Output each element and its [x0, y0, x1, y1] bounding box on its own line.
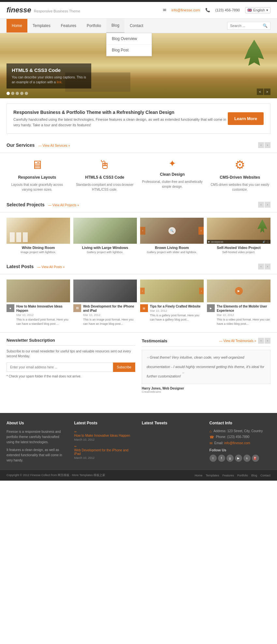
nav-portfolio[interactable]: Portfolio	[81, 19, 106, 33]
post-mobile-date: Mar 10, 2012	[217, 313, 270, 317]
newsletter-subscribe-button[interactable]: Subscribe	[113, 363, 135, 372]
nav-home[interactable]: Home	[7, 19, 27, 33]
post-iphone-date: Mar 10, 2012	[83, 313, 137, 317]
project-video-title: Self-Hosted Video Project	[207, 246, 270, 250]
testimonials-view-all[interactable]: — View All Testimonials »	[219, 339, 256, 343]
post-iphone-excerpt: This is an image post format. Here you c…	[83, 318, 137, 326]
twitter-icon[interactable]: t	[210, 455, 217, 462]
nav-features[interactable]: Features	[56, 19, 81, 33]
project-brown-zoom-button[interactable]: 🔍	[168, 227, 176, 234]
post-gallery-icon: ▤	[140, 304, 148, 312]
nav-blog[interactable]: Blog	[106, 19, 124, 33]
footer-nav-templates[interactable]: Templates	[206, 474, 219, 477]
hero-dot-3[interactable]	[16, 92, 19, 95]
post-mobile-meta: The Elements of the Mobile User Experien…	[217, 304, 270, 326]
projects-next-button[interactable]: ›	[265, 202, 270, 208]
footer-email-link[interactable]: info@finesse.com	[224, 441, 250, 445]
projects-view-all[interactable]: — View All Projects »	[48, 203, 79, 207]
cta-learn-more-button[interactable]: Learn More	[228, 112, 264, 125]
posts-prev-button[interactable]: ‹	[258, 264, 264, 269]
search-input[interactable]	[230, 24, 263, 28]
footer-follow-label: Follow Us	[210, 448, 271, 452]
post-website-next[interactable]: ›	[199, 288, 204, 294]
post-iphone-content: 🖼 Web Development for the iPhone and iPa…	[73, 304, 137, 326]
search-icon[interactable]: 🔍	[263, 23, 268, 28]
post-innovative-meta: How to Make Innovative Ideas Happen Mar …	[16, 304, 70, 326]
testimonials-nav: ‹ ›	[258, 338, 270, 344]
cta-banner: Responsive Business & Portfolio Theme wi…	[7, 103, 270, 134]
posts-title: Latest Posts	[7, 264, 34, 269]
hero-dot-5[interactable]	[25, 92, 28, 95]
footer-nav-contact[interactable]: Contact	[260, 474, 270, 477]
hero-title: HTML5 & CSS3 Code	[12, 67, 86, 73]
posts-view-all[interactable]: — View All Posts »	[37, 265, 65, 269]
hero-link[interactable]: link.	[57, 80, 63, 84]
hero-dot-2[interactable]	[11, 92, 14, 95]
hero-dot-1[interactable]	[7, 92, 10, 95]
project-large-windows-thumb	[73, 218, 137, 244]
video-fullscreen-icon[interactable]: ⛶	[267, 241, 269, 243]
post-website-meta: Tips for a Finely Crafted Website Mar 10…	[150, 304, 204, 322]
post-iphone-title: Web Development for the iPhone and iPad	[83, 304, 137, 313]
services-next-button[interactable]: ›	[265, 142, 270, 148]
posts-next-button[interactable]: ›	[265, 264, 270, 269]
cta-desc: Carefully handcrafted using the latest t…	[13, 117, 228, 128]
nav-templates[interactable]: Templates	[27, 19, 56, 33]
bottom-sections: Newsletter Subscription Subscribe to our…	[0, 332, 277, 400]
post-image-icon: 🖼	[73, 304, 81, 312]
testimonials-prev-button[interactable]: ‹	[258, 338, 264, 344]
facebook-icon[interactable]: f	[218, 455, 225, 462]
youtube-icon[interactable]: ▶	[235, 455, 242, 462]
header-email[interactable]: info@finesse.com	[171, 8, 200, 12]
project-white-dining-desc: Image project with lightbox.	[7, 251, 70, 254]
footer-grid: About Us Finesse is a responsive busines…	[7, 421, 270, 463]
testimonials-next-button[interactable]: ›	[265, 338, 270, 344]
footer-nav-features[interactable]: Features	[222, 474, 234, 477]
services-title: Our Services	[7, 143, 35, 148]
projects-title: Selected Projects	[7, 202, 45, 207]
post-website-prev[interactable]: ‹	[140, 288, 145, 294]
footer-about-title: About Us	[7, 421, 68, 425]
pen-icon: ✏	[74, 430, 77, 433]
hero-dot-4[interactable]	[20, 92, 23, 95]
nav-contact[interactable]: Contact	[124, 19, 148, 33]
video-play-icon[interactable]: ▶	[208, 240, 210, 243]
google-plus-icon[interactable]: g	[226, 455, 234, 462]
services-view-all[interactable]: — View All Services »	[38, 144, 70, 147]
phone-icon: 📞	[205, 8, 210, 12]
hero-prev-arrow[interactable]: <	[257, 89, 263, 95]
newsletter-email-input[interactable]	[7, 363, 113, 372]
footer-nav-portfolio[interactable]: Portfolio	[237, 474, 248, 477]
post-website-thumb: ‹ ›	[140, 280, 204, 302]
project-white-dining-title: White Dining Room	[7, 246, 70, 250]
post-mobile-thumb: ▶	[207, 280, 270, 302]
hero-arrows: < >	[257, 89, 270, 95]
projects-header: Selected Projects — View All Projects » …	[0, 199, 277, 212]
video-volume-icon[interactable]: 🔊	[263, 240, 266, 243]
project-brown-next-arrow[interactable]: ›	[198, 227, 204, 235]
hero-text: You can describe your slides using capti…	[12, 75, 86, 85]
projects-prev-button[interactable]: ‹	[258, 202, 264, 208]
projects-nav: ‹ ›	[258, 202, 270, 208]
post-innovative-excerpt: This is a standard post format. Here you…	[16, 318, 70, 326]
skype-icon[interactable]: s	[243, 455, 251, 462]
project-brown-living: ‹ 🔍 › Brown Living Room Gallery project …	[140, 218, 204, 254]
testimonial-company: CreativeBrains	[142, 390, 270, 393]
service-clean: ✦ Clean Design Professional, clutter-fre…	[142, 158, 203, 192]
footer-post-1-link[interactable]: How to Make Innovative Ideas Happen	[74, 434, 136, 437]
project-large-windows-title: Living with Large Windows	[73, 246, 137, 250]
header: finesse Responsive Business Theme ✉ info…	[0, 2, 277, 19]
footer-contact-title: Contact Info	[210, 421, 271, 425]
language-selector[interactable]: 🇬🇧 English ▾	[245, 7, 270, 13]
hero-next-arrow[interactable]: >	[264, 89, 270, 95]
rss-icon[interactable]: ⛽	[252, 455, 259, 462]
footer-nav-home[interactable]: Home	[195, 474, 202, 477]
nav-blog-post[interactable]: Blog Post	[107, 45, 152, 56]
nav-blog-overview[interactable]: Blog Overview	[107, 33, 152, 45]
post-mobile-play-button[interactable]: ▶	[235, 287, 243, 295]
footer-post-2-link[interactable]: Web Development for the iPhone and iPad	[74, 448, 136, 456]
services-section: Our Services — View All Services » ‹ › 🖥…	[0, 139, 277, 199]
project-video-bar: ▶ 00:00|00:00 🔊 ⛶	[207, 240, 270, 244]
services-prev-button[interactable]: ‹	[258, 142, 264, 148]
footer-nav-blog[interactable]: Blog	[251, 474, 257, 477]
